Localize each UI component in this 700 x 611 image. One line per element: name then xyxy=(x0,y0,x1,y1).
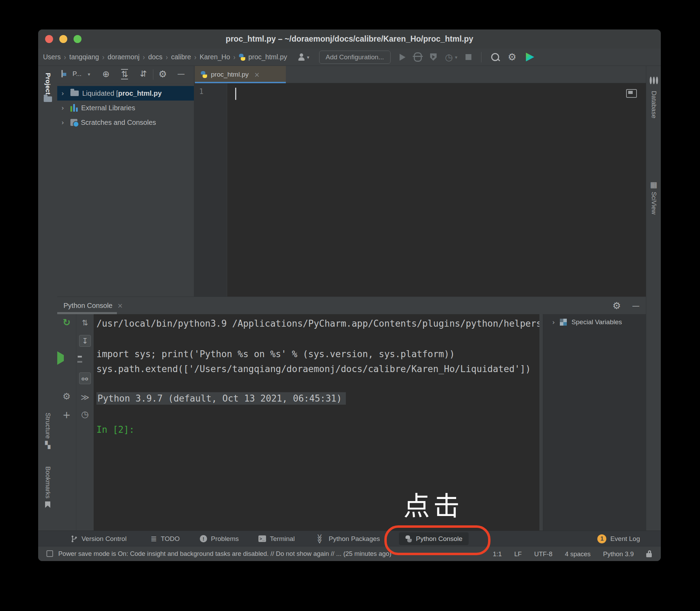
toolbar-event-log[interactable]: 1 Event Log xyxy=(597,531,640,547)
todo-label: TODO xyxy=(161,535,180,543)
python-console-panel: Python Console × ⚙ — ↻ ⚙ + ⇄ ↧ oo xyxy=(57,296,646,531)
hide-console-icon[interactable]: — xyxy=(632,301,640,310)
tree-item-label: External Libraries xyxy=(81,104,135,112)
settings-gear-icon[interactable]: ⚙ xyxy=(507,51,516,63)
project-stripe-label[interactable]: Project xyxy=(44,73,52,95)
show-variables-icon[interactable]: oo xyxy=(79,372,91,384)
chevron-down-icon[interactable]: ▾ xyxy=(455,54,457,60)
breadcrumb-item[interactable]: docs xyxy=(148,53,162,61)
execute-icon[interactable] xyxy=(57,355,76,361)
sciview-stripe-label[interactable]: SciView xyxy=(650,192,658,214)
breadcrumb-file[interactable]: proc_html.py xyxy=(248,53,287,61)
toolbar-todo[interactable]: ≣ TODO xyxy=(151,531,180,547)
code-editor[interactable]: 1 xyxy=(194,83,646,296)
status-message[interactable]: Power save mode is On: Code insight and … xyxy=(58,547,391,561)
toolbar-terminal[interactable]: >_ Terminal xyxy=(258,531,295,547)
toolbar-version-control[interactable]: Version Control xyxy=(71,531,127,547)
caret-position-widget[interactable]: 1:1 xyxy=(493,550,502,558)
expand-all-icon[interactable]: ⇅ xyxy=(121,69,128,79)
close-console-icon[interactable]: × xyxy=(117,302,123,309)
terminal-icon: >_ xyxy=(258,535,266,542)
editor-tab-proc-html[interactable]: proc_html.py × xyxy=(195,66,286,83)
close-tab-icon[interactable]: × xyxy=(254,71,260,78)
sidebar-item-project[interactable]: Project xyxy=(38,73,57,102)
expand-chevron-icon[interactable]: › xyxy=(552,318,555,326)
coverage-icon[interactable] xyxy=(430,53,437,61)
encoding-widget[interactable]: UTF-8 xyxy=(534,550,552,558)
console-output[interactable]: /usr/local/bin/python3.9 /Applications/P… xyxy=(94,314,539,531)
breadcrumb-item[interactable]: Users xyxy=(43,53,61,61)
line-separator-widget[interactable]: LF xyxy=(514,550,522,558)
add-configuration-button[interactable]: Add Configuration... xyxy=(319,51,391,64)
chevron-right-icon: › xyxy=(233,52,236,62)
tree-chevron-icon[interactable]: › xyxy=(61,119,70,126)
scroll-to-end-icon[interactable]: ↧ xyxy=(79,335,91,347)
sidebar-item-database[interactable]: Database xyxy=(646,76,661,118)
todo-icon: ≣ xyxy=(151,534,157,543)
pycharm-logo-icon[interactable] xyxy=(525,52,535,62)
structure-stripe-label[interactable]: Structure xyxy=(44,413,52,439)
breadcrumb-item[interactable]: tangqiang xyxy=(69,53,99,61)
toolbar-python-packages[interactable]: ⋙ Python Packages xyxy=(315,531,380,547)
chevron-down-icon[interactable]: ▾ xyxy=(88,71,90,77)
locate-file-icon[interactable]: ⊕ xyxy=(102,69,110,79)
user-account-icon[interactable] xyxy=(298,53,305,61)
add-console-icon[interactable]: + xyxy=(57,409,76,421)
python-file-icon xyxy=(239,54,246,61)
right-tool-stripe: Database ▦ SciView xyxy=(646,66,661,531)
pycharm-window: proc_html.py – ~/doraemonj/docs/calibre/… xyxy=(38,29,661,561)
breadcrumb-item[interactable]: Karen_Ho xyxy=(199,53,230,61)
special-variables-header[interactable]: › Special Variables xyxy=(543,314,646,330)
profiler-group[interactable]: ◷ ▾ xyxy=(445,52,458,62)
bookmarks-stripe-label[interactable]: Bookmarks xyxy=(44,466,52,499)
breadcrumb-item[interactable]: doraemonj xyxy=(108,53,139,61)
editor-monitor-icon[interactable] xyxy=(626,89,637,98)
tree-item-scratches[interactable]: › Scratches and Consoles xyxy=(57,115,194,130)
console-gear-icon[interactable]: ⚙ xyxy=(57,391,76,402)
run-icon[interactable] xyxy=(400,54,406,61)
chevron-right-icon: › xyxy=(102,52,104,62)
editor-tab-bar: proc_html.py × xyxy=(194,66,646,83)
hide-panel-icon[interactable]: — xyxy=(177,69,185,78)
tree-item-external-libraries[interactable]: › External Libraries xyxy=(57,101,194,115)
soft-wrap-icon[interactable]: ⇄ xyxy=(81,314,89,332)
stop-icon[interactable] xyxy=(466,54,471,60)
sidebar-item-structure[interactable]: Structure ▚ xyxy=(38,413,57,449)
special-variables-panel: › Special Variables xyxy=(543,314,646,531)
folder-icon xyxy=(70,91,79,96)
double-chevron-icon[interactable]: ≫ xyxy=(76,393,94,402)
power-save-icon[interactable] xyxy=(46,550,53,557)
tree-chevron-icon[interactable]: › xyxy=(61,104,70,112)
rerun-icon[interactable]: ↻ xyxy=(57,317,76,328)
profiler-icon[interactable]: ◷ xyxy=(445,52,453,62)
status-bar: Power save mode is On: Code insight and … xyxy=(38,546,661,561)
history-icon[interactable]: ◷ xyxy=(76,409,94,419)
debug-icon[interactable] xyxy=(414,52,422,62)
console-settings-gear-icon[interactable]: ⚙ xyxy=(613,300,621,311)
chevron-down-icon[interactable]: ▾ xyxy=(307,54,309,60)
special-variables-icon xyxy=(560,319,567,326)
console-prompt: In [2]: xyxy=(96,424,135,435)
toolbar-problems[interactable]: ! Problems xyxy=(200,531,239,547)
libraries-icon xyxy=(70,104,78,112)
chevron-right-icon: › xyxy=(64,52,66,62)
lock-icon[interactable] xyxy=(646,553,652,557)
sidebar-item-sciview[interactable]: ▦ SciView xyxy=(646,180,661,214)
panel-settings-gear-icon[interactable]: ⚙ xyxy=(159,69,167,79)
editor-tab-label[interactable]: proc_html.py xyxy=(211,71,249,78)
sidebar-item-bookmarks[interactable]: Bookmarks xyxy=(38,466,57,508)
collapse-all-icon[interactable]: ⇵ xyxy=(140,69,147,79)
breadcrumb-item[interactable]: calibre xyxy=(171,53,191,61)
project-view-icon[interactable] xyxy=(61,70,63,77)
project-view-title[interactable]: P... xyxy=(72,70,82,78)
console-action-stripe: ↻ ⚙ + xyxy=(57,314,76,531)
line-number: 1 xyxy=(199,87,204,96)
interpreter-widget[interactable]: Python 3.9 xyxy=(603,550,634,558)
tree-chevron-icon[interactable]: › xyxy=(61,89,70,97)
indent-widget[interactable]: 4 spaces xyxy=(565,550,591,558)
console-tab-label[interactable]: Python Console xyxy=(63,302,112,310)
database-stripe-label[interactable]: Database xyxy=(650,91,658,118)
search-everywhere-icon[interactable] xyxy=(491,53,499,61)
navigation-bar: Users › tangqiang › doraemonj › docs › c… xyxy=(38,49,661,66)
tree-item-liquidated[interactable]: › Liquidated [proc_html.py xyxy=(57,86,194,101)
